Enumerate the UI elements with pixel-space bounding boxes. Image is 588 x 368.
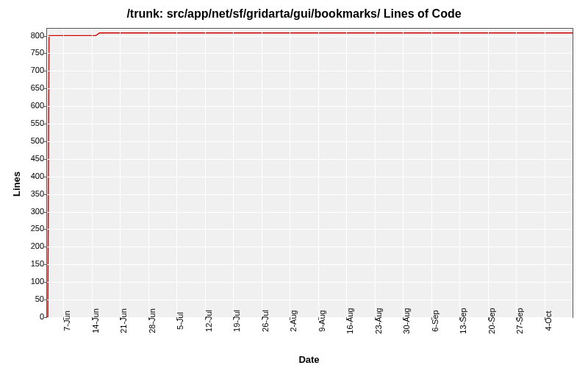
y-grid-line — [47, 194, 573, 195]
y-tick-mark — [44, 264, 47, 265]
y-grid-line — [47, 36, 573, 37]
y-tick-label: 150 — [18, 259, 44, 268]
x-grid-line — [488, 29, 489, 317]
x-grid-line — [516, 29, 517, 317]
y-tick-mark — [44, 212, 47, 213]
y-tick-mark — [44, 247, 47, 247]
x-tick-label: 4-Oct — [544, 311, 553, 331]
x-grid-line — [346, 29, 347, 317]
y-tick-label: 700 — [18, 66, 44, 74]
x-grid-line — [63, 29, 64, 317]
x-grid-line — [148, 29, 149, 317]
x-grid-line — [262, 29, 262, 317]
x-tick-label: 2-Aug — [289, 310, 298, 331]
x-grid-line — [290, 29, 290, 317]
x-grid-line — [233, 29, 234, 317]
y-tick-label: 350 — [18, 189, 44, 198]
x-axis-label: Date — [46, 354, 572, 365]
x-tick-label: 5-Jul — [176, 312, 184, 330]
y-grid-line — [47, 300, 573, 300]
y-tick-mark — [44, 317, 47, 318]
x-tick-label: 9-Aug — [318, 310, 326, 331]
y-grid-line — [47, 229, 573, 230]
y-tick-mark — [44, 88, 47, 89]
x-grid-line — [431, 29, 432, 317]
x-tick-label: 19-Jul — [232, 310, 241, 332]
y-grid-line — [47, 247, 573, 247]
y-tick-mark — [44, 36, 47, 37]
y-tick-label: 200 — [18, 241, 44, 250]
x-tick-label: 20-Sep — [487, 308, 496, 333]
y-tick-label: 550 — [18, 118, 44, 127]
y-grid-line — [47, 71, 573, 71]
y-tick-label: 100 — [18, 277, 44, 286]
x-tick-label: 28-Jun — [148, 308, 157, 333]
y-tick-label: 0 — [18, 312, 44, 321]
y-grid-line — [47, 177, 573, 177]
line-series-svg — [47, 29, 573, 317]
y-tick-label: 600 — [18, 101, 44, 110]
x-tick-label: 14-Jun — [91, 308, 100, 333]
y-tick-label: 250 — [18, 224, 44, 233]
x-tick-label: 23-Aug — [374, 308, 383, 333]
x-tick-label: 26-Jul — [261, 310, 270, 332]
y-tick-label: 650 — [18, 83, 44, 92]
y-tick-mark — [44, 106, 47, 107]
y-grid-line — [47, 212, 573, 213]
y-grid-line — [47, 264, 573, 265]
y-tick-mark — [44, 177, 47, 177]
chart-title: /trunk: src/app/net/sf/gridarta/gui/book… — [0, 7, 588, 21]
x-tick-label: 30-Aug — [402, 308, 411, 333]
y-tick-mark — [44, 300, 47, 300]
y-grid-line — [47, 53, 573, 54]
y-tick-mark — [44, 159, 47, 160]
y-tick-mark — [44, 194, 47, 195]
y-tick-mark — [44, 124, 47, 124]
x-grid-line — [92, 29, 93, 317]
y-tick-label: 300 — [18, 207, 44, 216]
y-tick-label: 450 — [18, 154, 44, 163]
x-tick-label: 16-Aug — [345, 308, 354, 333]
y-grid-line — [47, 88, 573, 89]
y-tick-label: 500 — [18, 136, 44, 145]
y-tick-label: 800 — [18, 31, 44, 40]
y-grid-line — [47, 159, 573, 160]
y-grid-line — [47, 282, 573, 283]
series-line — [47, 33, 573, 317]
y-tick-mark — [44, 282, 47, 283]
plot-area — [46, 28, 573, 318]
x-grid-line — [375, 29, 376, 317]
x-grid-line — [120, 29, 121, 317]
y-grid-line — [47, 124, 573, 124]
y-tick-label: 750 — [18, 48, 44, 57]
y-tick-mark — [44, 229, 47, 230]
x-tick-label: 27-Sep — [515, 308, 524, 333]
chart-container: /trunk: src/app/net/sf/gridarta/gui/book… — [0, 0, 588, 368]
y-tick-mark — [44, 141, 47, 142]
y-grid-line — [47, 141, 573, 142]
x-tick-label: 7-Jun — [62, 311, 71, 331]
y-tick-label: 400 — [18, 171, 44, 180]
x-grid-line — [545, 29, 545, 317]
x-grid-line — [403, 29, 404, 317]
y-tick-label: 50 — [18, 294, 44, 303]
x-grid-line — [318, 29, 319, 317]
x-tick-label: 6-Sep — [431, 310, 440, 331]
y-tick-mark — [44, 53, 47, 54]
y-grid-line — [47, 106, 573, 107]
x-tick-label: 13-Sep — [459, 308, 467, 333]
x-grid-line — [205, 29, 206, 317]
y-tick-mark — [44, 71, 47, 71]
x-grid-line — [459, 29, 460, 317]
x-grid-line — [176, 29, 177, 317]
x-tick-label: 12-Jul — [204, 310, 213, 332]
x-tick-label: 21-Jun — [119, 308, 128, 333]
